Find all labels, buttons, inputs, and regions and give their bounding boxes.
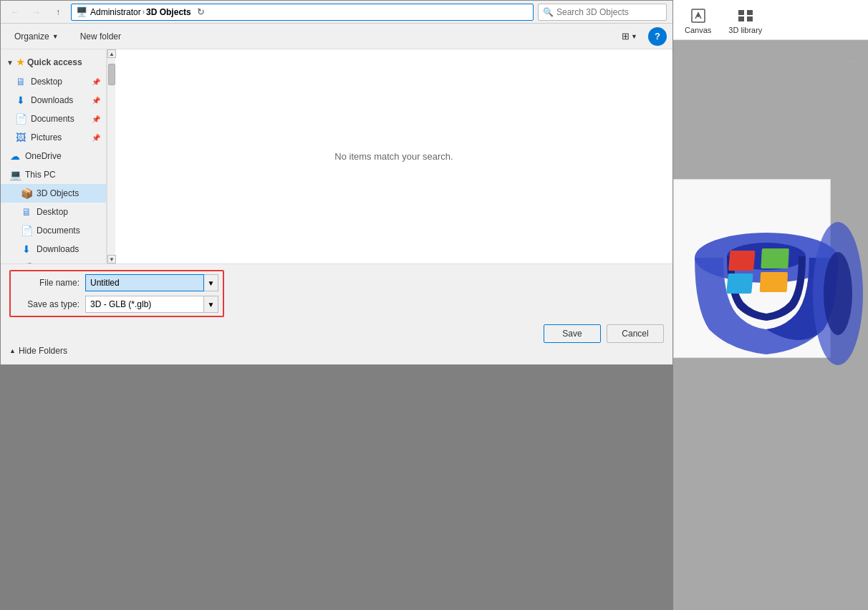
svg-point-1 bbox=[697, 14, 700, 17]
canvas-label: Canvas bbox=[685, 26, 711, 34]
3d-object-preview bbox=[666, 165, 867, 379]
search-icon: 🔍 bbox=[543, 7, 554, 17]
quick-access-star-icon: ★ bbox=[16, 57, 24, 67]
pin-icon: 📌 bbox=[92, 78, 100, 86]
savetype-field-wrapper: ▼ bbox=[85, 296, 218, 313]
sidebar-item-downloads[interactable]: ⬇ Downloads bbox=[1, 240, 106, 258]
sidebar-item-this-pc[interactable]: 💻 This PC bbox=[1, 165, 106, 184]
dialog-body: ▼ ★ Quick access 🖥 Desktop 📌 ⬇ Downloads… bbox=[1, 49, 672, 263]
cancel-button[interactable]: Cancel bbox=[607, 324, 664, 343]
3d-objects-icon: 📦 bbox=[21, 188, 32, 199]
svg-rect-2 bbox=[738, 10, 744, 15]
forward-button[interactable]: → bbox=[28, 4, 45, 21]
breadcrumb-admin[interactable]: Administrator bbox=[90, 7, 141, 17]
sidebar-item-documents[interactable]: 📄 Documents bbox=[1, 221, 106, 240]
canvas-tab[interactable]: Canvas bbox=[685, 6, 711, 34]
app-right-panel: Canvas 3D library bbox=[673, 0, 868, 610]
sidebar-item-downloads-pinned[interactable]: ⬇ Downloads 📌 bbox=[1, 91, 106, 110]
sidebar-scrollbar[interactable]: ▲ ▼ bbox=[107, 49, 115, 263]
svg-rect-5 bbox=[747, 16, 753, 21]
sidebar-onedrive-label: OneDrive bbox=[25, 151, 62, 161]
sidebar-item-desktop-pinned[interactable]: 🖥 Desktop 📌 bbox=[1, 72, 106, 91]
filename-input[interactable] bbox=[85, 274, 204, 291]
help-button[interactable]: ? bbox=[648, 27, 667, 46]
library-icon bbox=[736, 6, 756, 26]
downloads2-icon: ⬇ bbox=[21, 243, 32, 255]
sidebar-item-desktop[interactable]: 🖥 Desktop bbox=[1, 203, 106, 221]
onedrive-icon: ☁ bbox=[9, 150, 21, 162]
scroll-up-arrow[interactable]: ▲ bbox=[107, 49, 116, 58]
pictures-icon: 🖼 bbox=[15, 132, 26, 143]
filename-field-wrapper: ▼ bbox=[85, 274, 218, 291]
organize-button[interactable]: Organize ▼ bbox=[6, 27, 67, 46]
svg-rect-10 bbox=[726, 273, 753, 294]
scroll-down-arrow[interactable]: ▼ bbox=[107, 255, 116, 263]
quick-access-header[interactable]: ▼ ★ Quick access bbox=[1, 52, 106, 72]
sidebar-downloads2-label: Downloads bbox=[37, 244, 79, 254]
sidebar-downloads-label: Downloads bbox=[31, 95, 73, 105]
buttons-row: Save Cancel bbox=[9, 324, 664, 343]
view-button[interactable]: ⊞ ▼ bbox=[617, 27, 642, 46]
view-icon: ⊞ bbox=[622, 31, 630, 42]
sidebar-this-pc-label: This PC bbox=[25, 170, 56, 180]
view-chevron-icon: ▼ bbox=[631, 33, 637, 40]
filename-dropdown-button[interactable]: ▼ bbox=[204, 274, 218, 291]
sidebar-item-pictures-pinned[interactable]: 🖼 Pictures 📌 bbox=[1, 128, 106, 147]
breadcrumb-root-icon: 🖥️ bbox=[76, 6, 87, 17]
canvas-icon bbox=[688, 6, 708, 26]
red-outline-box: File name: ▼ Save as type: ▼ bbox=[9, 270, 224, 317]
hide-folders-row[interactable]: ▲ Hide Folders bbox=[9, 343, 664, 359]
sidebar-item-documents-pinned[interactable]: 📄 Documents 📌 bbox=[1, 110, 106, 128]
search-input[interactable] bbox=[556, 7, 664, 17]
breadcrumb-chevron-1: › bbox=[143, 8, 145, 16]
sidebar-desktop-label: Desktop bbox=[31, 77, 62, 87]
sidebar-documents2-label: Documents bbox=[37, 226, 80, 236]
documents-icon: 📄 bbox=[15, 113, 26, 125]
svg-rect-3 bbox=[747, 10, 753, 15]
savetype-input[interactable] bbox=[85, 296, 204, 313]
filename-row: File name: ▼ bbox=[15, 274, 218, 291]
svg-point-13 bbox=[824, 252, 852, 335]
save-button[interactable]: Save bbox=[544, 324, 601, 343]
collapse-icon: ▲ bbox=[9, 347, 16, 354]
sidebar-item-music[interactable]: 🎵 Music bbox=[1, 258, 106, 263]
svg-rect-11 bbox=[760, 272, 788, 292]
library-label: 3D library bbox=[728, 26, 762, 34]
search-box[interactable]: 🔍 bbox=[538, 4, 667, 21]
breadcrumb: Administrator › 3D Objects bbox=[90, 7, 191, 17]
sidebar-3d-objects-label: 3D Objects bbox=[37, 188, 79, 198]
pin-icon-3: 📌 bbox=[92, 115, 100, 123]
this-pc-icon: 💻 bbox=[9, 169, 21, 180]
up-button[interactable]: ↑ bbox=[49, 4, 67, 21]
main-content-area: No items match your search. bbox=[115, 49, 672, 263]
organize-label: Organize bbox=[14, 32, 49, 42]
scrollbar-thumb[interactable] bbox=[108, 64, 115, 85]
back-button[interactable]: ← bbox=[6, 4, 24, 21]
dialog-toolbar: Organize ▼ New folder ⊞ ▼ ? bbox=[1, 24, 672, 49]
savetype-dropdown-button[interactable]: ▼ bbox=[204, 296, 218, 313]
svg-rect-9 bbox=[761, 248, 789, 268]
svg-rect-8 bbox=[728, 251, 755, 271]
sidebar-pictures-label: Pictures bbox=[31, 132, 62, 142]
pin-icon-4: 📌 bbox=[92, 134, 100, 142]
folder-top-right-icon bbox=[845, 49, 861, 67]
sidebar-item-3d-objects[interactable]: 📦 3D Objects bbox=[1, 184, 106, 203]
sidebar-item-onedrive[interactable]: ☁ OneDrive bbox=[1, 147, 106, 165]
desktop2-icon: 🖥 bbox=[21, 206, 32, 218]
filename-label: File name: bbox=[15, 278, 79, 288]
sidebar-documents-label: Documents bbox=[31, 114, 74, 124]
save-dialog: ← → ↑ 🖥️ Administrator › 3D Objects ↻ 🔍 … bbox=[0, 0, 673, 365]
sidebar-desktop2-label: Desktop bbox=[37, 207, 68, 217]
library-tab[interactable]: 3D library bbox=[728, 6, 762, 34]
desktop-icon: 🖥 bbox=[15, 76, 26, 87]
dialog-titlebar: ← → ↑ 🖥️ Administrator › 3D Objects ↻ 🔍 bbox=[1, 1, 672, 24]
app-topbar: Canvas 3D library bbox=[673, 0, 868, 40]
address-bar[interactable]: 🖥️ Administrator › 3D Objects ↻ bbox=[71, 4, 534, 21]
breadcrumb-current[interactable]: 3D Objects bbox=[146, 7, 191, 17]
sidebar-container: ▼ ★ Quick access 🖥 Desktop 📌 ⬇ Downloads… bbox=[1, 49, 115, 263]
pin-icon-2: 📌 bbox=[92, 97, 100, 105]
downloads-icon: ⬇ bbox=[15, 95, 26, 106]
new-folder-button[interactable]: New folder bbox=[72, 27, 129, 46]
refresh-button[interactable]: ↻ bbox=[194, 5, 208, 19]
new-folder-label: New folder bbox=[80, 32, 121, 42]
